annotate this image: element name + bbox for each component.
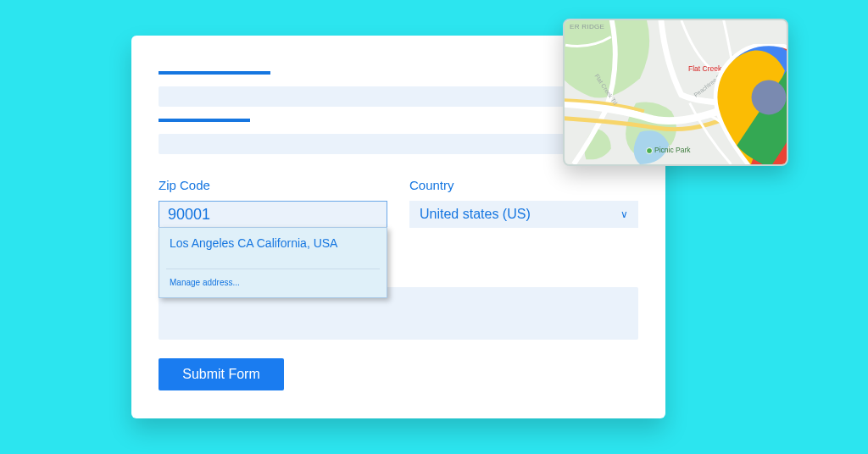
map-pin-icon [658,44,788,166]
submit-button[interactable]: Submit Form [159,358,284,390]
country-select[interactable]: United states (US) ∨ [409,201,638,228]
map-area-er-ridge: ER RIDGE [570,24,604,31]
map-widget[interactable]: ER RIDGE WHITFIELDFARMS WINDGAFORES Flat… [563,19,788,166]
autocomplete-suggestion[interactable]: Los Angeles CA California, USA [159,228,387,269]
skeleton-label-1 [159,71,270,75]
manage-address-link[interactable]: Manage address... [159,269,387,297]
zipcode-column: Zip Code [159,178,387,228]
chevron-down-icon: ∨ [620,208,628,220]
zipcode-input[interactable] [159,201,387,228]
skeleton-label-2 [159,119,250,122]
country-label: Country [409,178,638,192]
zipcode-label: Zip Code [159,178,387,192]
autocomplete-dropdown: Los Angeles CA California, USA Manage ad… [159,227,387,298]
svg-point-1 [752,80,787,115]
country-value: United states (US) [420,207,531,222]
country-column: Country United states (US) ∨ [409,178,638,228]
